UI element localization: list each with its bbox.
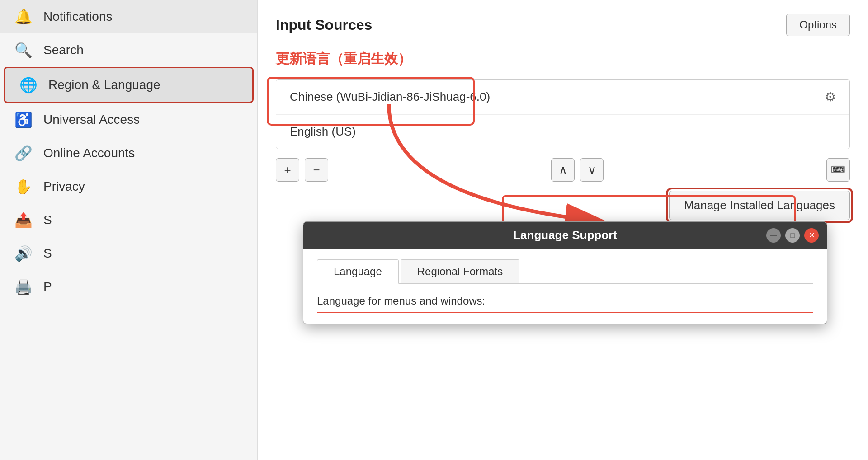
options-button[interactable]: Options	[786, 14, 850, 36]
window-maximize-button[interactable]: □	[785, 228, 800, 243]
input-toolbar: + − ∧ ∨ ⌨	[276, 158, 850, 182]
add-source-button[interactable]: +	[276, 158, 299, 182]
sidebar-label-notifications: Notifications	[43, 9, 113, 24]
dialog-titlebar: Language Support — □ ✕	[303, 222, 827, 249]
sidebar-item-sound[interactable]: 🔊 S	[0, 237, 257, 270]
sidebar-label-search: Search	[43, 43, 84, 57]
tab-regional-formats[interactable]: Regional Formats	[401, 259, 519, 283]
window-close-button[interactable]: ✕	[804, 228, 819, 243]
input-sources-list: Chinese (WuBi-Jidian-86-JiShuag-6.0) ⚙ E…	[276, 79, 850, 149]
dialog-tabs: Language Regional Formats	[317, 259, 813, 284]
input-source-label-english: English (US)	[290, 125, 356, 139]
sidebar-label-region-language: Region & Language	[48, 78, 160, 92]
input-source-item-chinese[interactable]: Chinese (WuBi-Jidian-86-JiShuag-6.0) ⚙	[276, 80, 849, 115]
manage-installed-languages-button[interactable]: Manage Installed Languages	[669, 191, 850, 220]
window-minimize-button[interactable]: —	[766, 228, 781, 243]
region-icon: 🌐	[19, 76, 38, 94]
page-title: Input Sources	[276, 17, 372, 33]
sidebar-label-universal-access: Universal Access	[43, 113, 140, 127]
input-source-label-chinese: Chinese (WuBi-Jidian-86-JiShuag-6.0)	[290, 90, 490, 104]
sidebar-item-region-language[interactable]: 🌐 Region & Language	[4, 67, 254, 103]
input-source-item-english[interactable]: English (US)	[276, 115, 849, 149]
sidebar-item-online-accounts[interactable]: 🔗 Online Accounts	[0, 136, 257, 170]
remove-source-button[interactable]: −	[305, 158, 328, 182]
manage-languages-row: Manage Installed Languages	[276, 191, 850, 220]
online-accounts-icon: 🔗	[14, 145, 33, 162]
universal-access-icon: ♿	[14, 111, 33, 128]
sidebar-label-sound: S	[43, 246, 52, 261]
update-notice: 更新语言（重启生效）	[276, 50, 850, 68]
move-down-button[interactable]: ∨	[580, 158, 604, 182]
printers-icon: 🖨️	[14, 278, 33, 296]
sidebar-label-printers: P	[43, 280, 52, 294]
sidebar-scroll: 🔔 Notifications 🔍 Search 🌐 Region & Lang…	[0, 0, 257, 460]
bell-icon: 🔔	[14, 8, 33, 25]
sidebar-label-sharing: S	[43, 213, 52, 227]
language-support-dialog: Language Support — □ ✕ Language Regional…	[303, 221, 827, 324]
keyboard-layout-button[interactable]: ⌨	[826, 158, 850, 182]
sidebar-item-privacy[interactable]: ✋ Privacy	[0, 170, 257, 203]
sound-icon: 🔊	[14, 245, 33, 262]
sidebar-item-sharing[interactable]: 📤 S	[0, 203, 257, 237]
dialog-content-label: Language for menus and windows:	[317, 295, 813, 313]
dialog-title: Language Support	[513, 228, 617, 242]
sidebar-item-notifications[interactable]: 🔔 Notifications	[0, 0, 257, 33]
main-header: Input Sources Options	[276, 14, 850, 36]
dialog-body: Language Regional Formats Language for m…	[303, 249, 827, 324]
move-up-button[interactable]: ∧	[551, 158, 575, 182]
search-icon: 🔍	[14, 42, 33, 59]
sharing-icon: 📤	[14, 211, 33, 229]
sidebar-item-universal-access[interactable]: ♿ Universal Access	[0, 103, 257, 136]
sidebar-label-online-accounts: Online Accounts	[43, 146, 135, 160]
privacy-icon: ✋	[14, 178, 33, 195]
sidebar-item-search[interactable]: 🔍 Search	[0, 33, 257, 67]
gear-icon[interactable]: ⚙	[825, 89, 836, 104]
tab-language[interactable]: Language	[317, 259, 399, 284]
sidebar: 🔔 Notifications 🔍 Search 🌐 Region & Lang…	[0, 0, 258, 460]
main-content: Input Sources Options 更新语言（重启生效） Chinese…	[258, 0, 868, 460]
sidebar-item-printers[interactable]: 🖨️ P	[0, 270, 257, 304]
dialog-controls: — □ ✕	[766, 228, 819, 243]
sidebar-label-privacy: Privacy	[43, 179, 85, 194]
